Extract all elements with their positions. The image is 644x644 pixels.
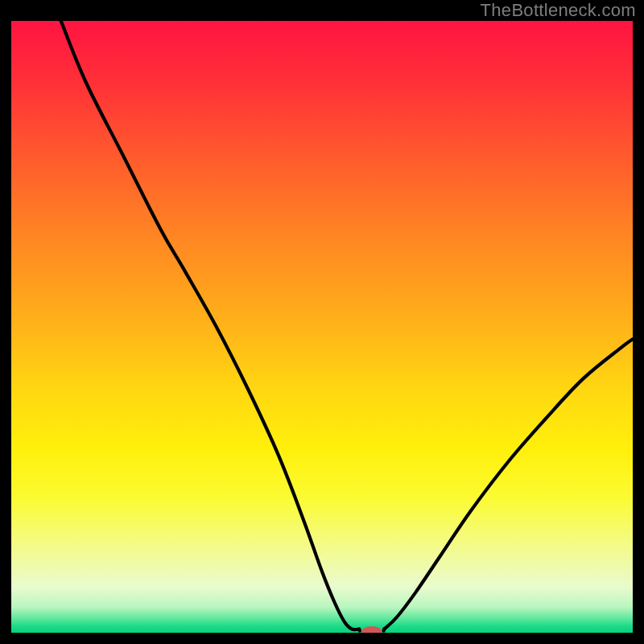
bottleneck-curve — [11, 21, 633, 633]
plot-area — [11, 21, 633, 633]
watermark-label: TheBottleneck.com — [481, 0, 636, 21]
image-frame: TheBottleneck.com — [0, 0, 644, 644]
